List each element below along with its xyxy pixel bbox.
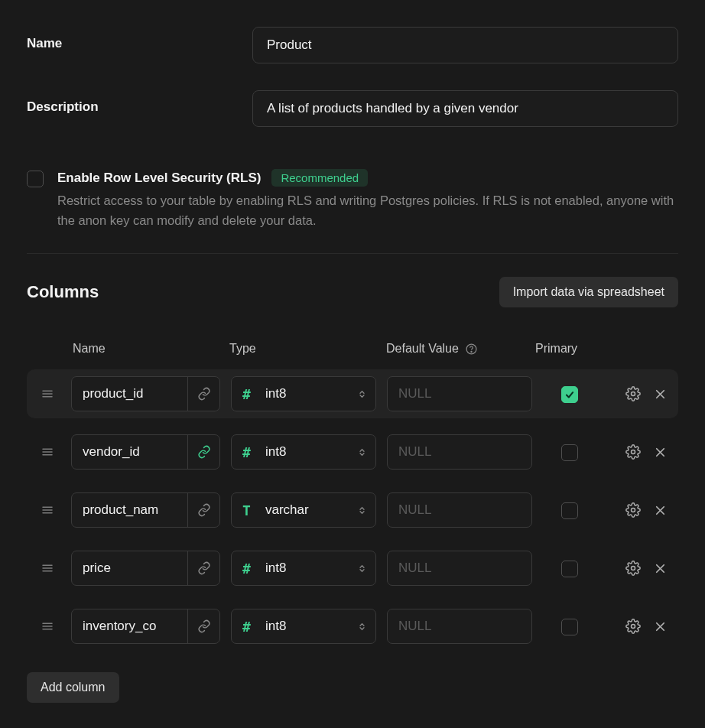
header-default: Default Value <box>386 342 535 356</box>
chevron-updown-icon <box>356 388 368 400</box>
svg-point-29 <box>632 625 635 629</box>
column-type-select[interactable]: #int8 <box>231 434 376 470</box>
type-glyph-icon: # <box>242 444 261 460</box>
column-name-input[interactable] <box>72 435 187 469</box>
svg-point-1 <box>471 351 472 352</box>
gear-icon[interactable] <box>625 444 641 460</box>
add-column-button[interactable]: Add column <box>27 672 119 703</box>
divider <box>27 253 678 254</box>
default-value-input[interactable] <box>387 492 532 528</box>
primary-checkbox[interactable] <box>561 561 578 577</box>
chevron-updown-icon <box>356 563 368 574</box>
column-type-label: int8 <box>261 561 356 576</box>
column-row: #int8 <box>27 427 678 476</box>
default-value-input[interactable] <box>387 551 532 586</box>
column-type-select[interactable]: #int8 <box>231 551 376 586</box>
close-icon[interactable] <box>653 387 668 401</box>
chevron-updown-icon <box>356 621 368 632</box>
column-type-select[interactable]: #int8 <box>231 376 376 411</box>
primary-checkbox[interactable] <box>561 444 578 461</box>
import-spreadsheet-button[interactable]: Import data via spreadsheet <box>499 277 678 307</box>
drag-handle-icon[interactable] <box>41 387 71 401</box>
rls-title: Enable Row Level Security (RLS) <box>57 171 261 186</box>
gear-icon[interactable] <box>625 619 641 634</box>
column-type-label: int8 <box>261 444 356 460</box>
drag-handle-icon[interactable] <box>41 503 71 517</box>
description-input[interactable] <box>252 90 678 127</box>
header-primary: Primary <box>535 342 596 356</box>
gear-icon[interactable] <box>625 386 641 401</box>
default-value-input[interactable] <box>387 376 532 411</box>
drag-handle-icon[interactable] <box>41 445 71 459</box>
link-icon[interactable] <box>187 609 219 643</box>
drag-handle-icon[interactable] <box>41 619 71 633</box>
column-name-input[interactable] <box>72 493 187 527</box>
column-name-input[interactable] <box>72 609 187 643</box>
description-label: Description <box>27 90 252 115</box>
primary-checkbox[interactable] <box>561 619 578 635</box>
columns-heading: Columns <box>27 282 99 302</box>
column-row: #int8 <box>27 544 678 593</box>
svg-point-11 <box>632 450 635 454</box>
column-type-select[interactable]: #int8 <box>231 609 376 644</box>
name-label: Name <box>27 27 252 51</box>
type-glyph-icon: # <box>242 619 261 635</box>
rls-checkbox[interactable] <box>27 171 44 187</box>
link-icon[interactable] <box>187 377 219 411</box>
link-icon[interactable] <box>187 551 219 585</box>
chevron-updown-icon <box>356 447 368 458</box>
default-value-input[interactable] <box>387 434 532 470</box>
type-glyph-icon: # <box>242 386 261 402</box>
column-row: #int8 <box>27 369 678 418</box>
gear-icon[interactable] <box>625 502 641 518</box>
close-icon[interactable] <box>653 503 668 518</box>
primary-checkbox[interactable] <box>561 386 578 403</box>
column-type-label: varchar <box>261 502 356 518</box>
header-type: Type <box>229 342 386 356</box>
link-icon[interactable] <box>187 493 219 527</box>
header-name: Name <box>73 342 229 356</box>
close-icon[interactable] <box>653 619 668 634</box>
svg-point-5 <box>632 392 635 396</box>
svg-point-23 <box>632 567 635 570</box>
chevron-updown-icon <box>356 505 368 516</box>
svg-point-17 <box>632 509 635 512</box>
recommended-badge: Recommended <box>271 169 368 187</box>
column-type-label: int8 <box>261 619 356 634</box>
primary-checkbox[interactable] <box>561 502 578 519</box>
drag-handle-icon[interactable] <box>41 561 71 575</box>
close-icon[interactable] <box>653 561 668 576</box>
rls-description: Restrict access to your table by enablin… <box>57 191 678 230</box>
column-name-input[interactable] <box>72 551 187 585</box>
column-row: #int8 <box>27 602 678 651</box>
close-icon[interactable] <box>653 445 668 460</box>
name-input[interactable] <box>252 27 678 63</box>
type-glyph-icon: T <box>242 502 261 518</box>
help-icon[interactable] <box>465 343 478 356</box>
type-glyph-icon: # <box>242 561 261 577</box>
link-icon[interactable] <box>187 435 219 469</box>
column-name-input[interactable] <box>72 377 187 411</box>
column-type-select[interactable]: Tvarchar <box>231 492 376 528</box>
column-type-label: int8 <box>261 386 356 401</box>
column-row: Tvarchar <box>27 486 678 535</box>
default-value-input[interactable] <box>387 609 532 644</box>
gear-icon[interactable] <box>625 561 641 576</box>
